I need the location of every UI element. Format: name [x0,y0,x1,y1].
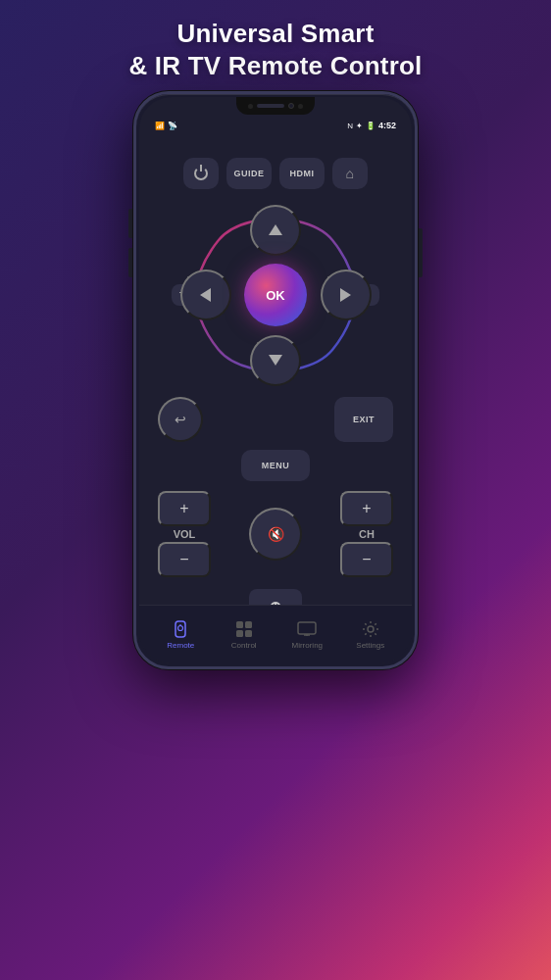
mirroring-nav-icon [297,619,317,639]
ch-column: + CH − [340,491,393,577]
nav-control[interactable]: Control [213,619,276,650]
notch-speaker [257,104,284,108]
ch-plus-button[interactable]: + [340,491,393,526]
side-vol-down-button [128,248,132,277]
power-button[interactable] [183,158,219,189]
nav-remote[interactable]: Remote [149,619,213,650]
phone-frame: 📶 📡 N ✦ 🔋 4:52 GUIDE HDM [133,91,418,669]
status-bar: 📶 📡 N ✦ 🔋 4:52 [139,115,412,134]
top-button-row: GUIDE HDMI ⌂ [183,158,368,189]
hdmi-button[interactable]: HDMI [279,158,325,189]
phone-screen: 📶 📡 N ✦ 🔋 4:52 GUIDE HDM [139,97,412,663]
settings-nav-icon [361,619,380,639]
menu-row: MENU [241,450,310,481]
right-arrow-icon [340,288,351,302]
side-vol-up-button [128,209,132,238]
dpad-down-button[interactable] [250,335,301,386]
wifi-icon: 📡 [168,122,177,130]
vol-label: VOL [174,528,196,540]
notch-dot-right [298,104,303,109]
back-icon: ↩ [175,412,186,427]
remote-nav-icon [171,619,190,639]
svg-rect-5 [236,630,243,637]
down-arrow-icon [269,355,282,366]
up-arrow-icon [269,224,282,235]
app-screen: GUIDE HDMI ⌂ TOOLS INFO [139,134,412,624]
side-power-button [419,228,423,277]
exit-button[interactable]: EXIT [334,397,393,442]
dpad-right-button[interactable] [321,270,372,320]
mute-button[interactable]: 🔇 [249,508,302,561]
app-title: Universal Smart & IR TV Remote Control [99,0,451,91]
home-icon: ⌂ [346,166,355,181]
mute-icon: 🔇 [268,526,284,542]
svg-rect-6 [245,630,252,637]
sim-icon: 📶 [155,122,165,130]
ch-label: CH [359,528,375,540]
svg-point-10 [368,626,374,632]
dpad-up-button[interactable] [250,205,301,256]
svg-point-1 [178,626,183,631]
time-display: 4:52 [378,121,396,130]
power-icon [194,167,208,180]
ch-minus-button[interactable]: − [340,542,393,577]
svg-rect-3 [236,621,243,628]
remote-nav-label: Remote [167,641,194,650]
bottom-navigation: Remote Control [139,605,412,663]
back-button[interactable]: ↩ [158,397,203,442]
menu-button[interactable]: MENU [241,450,310,481]
home-button[interactable]: ⌂ [332,158,368,189]
vol-minus-button[interactable]: − [158,542,211,577]
notch-dot-left [248,104,253,109]
left-arrow-icon [200,288,211,302]
nfc-icon: N [347,122,353,130]
guide-button[interactable]: GUIDE [226,158,272,189]
status-left: 📶 📡 [155,122,177,130]
phone-notch [236,97,315,115]
bluetooth-icon: ✦ [356,122,363,130]
ok-button[interactable]: OK [244,264,307,326]
battery-icon: 🔋 [366,122,376,130]
back-exit-row: ↩ EXIT [158,397,393,442]
svg-rect-0 [175,621,185,637]
nav-settings[interactable]: Settings [339,619,403,650]
mirroring-nav-label: Mirroring [291,641,323,650]
svg-rect-4 [245,621,252,628]
control-nav-icon [234,619,254,639]
dpad-left-button[interactable] [180,270,231,320]
dpad-section: TOOLS INFO [168,197,383,393]
vol-ch-section: + VOL − 🔇 + CH − [158,491,393,577]
nav-mirroring[interactable]: Mirroring [276,619,339,650]
notch-camera [288,103,294,109]
control-nav-label: Control [231,641,257,650]
phone-mockup: 📶 📡 N ✦ 🔋 4:52 GUIDE HDM [133,91,418,669]
vol-plus-button[interactable]: + [158,491,211,526]
status-right: N ✦ 🔋 4:52 [347,121,396,130]
svg-rect-7 [298,622,316,634]
vol-column: + VOL − [158,491,211,577]
dpad-container: OK [180,205,372,386]
settings-nav-label: Settings [356,641,384,650]
